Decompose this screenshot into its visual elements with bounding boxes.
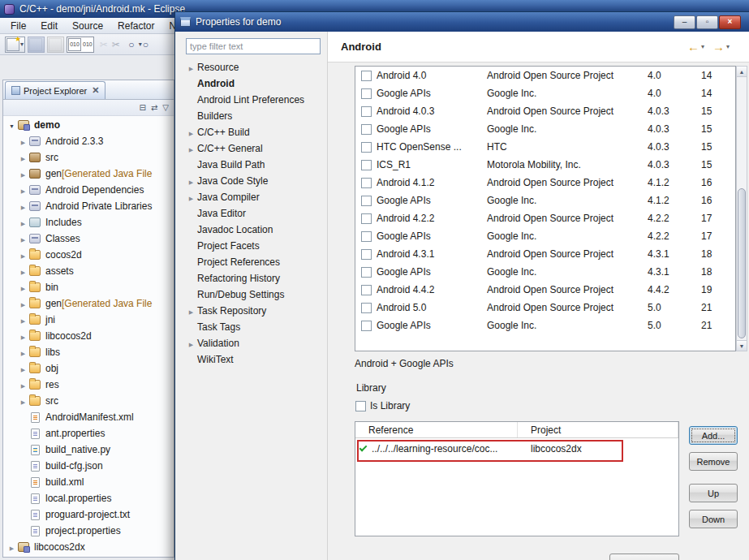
sdk-target-checkbox[interactable]: [361, 88, 372, 99]
expand-arrow-icon[interactable]: [186, 338, 196, 349]
sdk-target-row[interactable]: Android 4.0 Android Open Source Project …: [355, 67, 735, 84]
column-header-project[interactable]: Project: [518, 422, 678, 437]
down-button[interactable]: Down: [689, 510, 738, 528]
sdk-target-row[interactable]: HTC OpenSense ... HTC 4.0.3 15: [355, 138, 735, 156]
sdk-target-row[interactable]: Android 4.1.2 Android Open Source Projec…: [355, 174, 735, 192]
view-menu-icon[interactable]: ▽: [162, 104, 169, 112]
tab-close-icon[interactable]: ✕: [90, 85, 99, 96]
properties-nav-item[interactable]: Validation: [186, 335, 324, 351]
sdk-target-row[interactable]: Google APIs Google Inc. 4.0 14: [355, 84, 735, 102]
minimize-icon[interactable]: –: [674, 15, 695, 29]
properties-nav-item[interactable]: Builders: [186, 108, 324, 124]
sdk-target-row[interactable]: Google APIs Google Inc. 4.3.1 18: [355, 263, 735, 281]
tree-item[interactable]: Android Private Libraries: [3, 198, 174, 214]
expand-arrow-icon[interactable]: [18, 217, 28, 228]
tree-item[interactable]: cocos2d: [3, 247, 174, 263]
expand-arrow-icon[interactable]: [18, 265, 28, 277]
tree-item[interactable]: build-cfg.json: [3, 458, 174, 474]
sdk-target-checkbox[interactable]: [361, 249, 372, 260]
sdk-target-checkbox[interactable]: [361, 231, 372, 242]
tab-project-explorer[interactable]: Project Explorer ✕: [5, 81, 105, 99]
properties-nav-item[interactable]: Project References: [186, 254, 324, 270]
expand-arrow-icon[interactable]: [18, 184, 28, 196]
expand-arrow-icon[interactable]: [18, 298, 28, 309]
properties-nav-item[interactable]: C/C++ Build: [186, 124, 324, 140]
sdk-target-checkbox[interactable]: [361, 106, 372, 117]
expand-arrow-icon[interactable]: [18, 395, 28, 407]
expand-arrow-icon[interactable]: [6, 541, 17, 553]
menu-item[interactable]: Edit: [33, 19, 65, 33]
binary-console-icon[interactable]: [67, 37, 94, 53]
expand-arrow-icon[interactable]: [18, 379, 28, 390]
expand-arrow-icon[interactable]: [18, 249, 28, 261]
tree-item[interactable]: res: [3, 377, 174, 393]
sdk-target-row[interactable]: Android 5.0 Android Open Source Project …: [355, 299, 735, 317]
expand-arrow-icon[interactable]: [186, 62, 196, 73]
sdk-target-checkbox[interactable]: [361, 285, 372, 295]
tree-item[interactable]: demo: [3, 117, 174, 133]
sdk-target-checkbox[interactable]: [361, 196, 372, 206]
sdk-target-checkbox[interactable]: [361, 303, 372, 313]
tree-item[interactable]: gen [Generated Java File: [3, 166, 174, 182]
is-library-checkbox[interactable]: [355, 401, 366, 411]
back-arrow-icon[interactable]: ←: [687, 41, 699, 53]
menu-item[interactable]: Source: [65, 19, 110, 33]
save-icon[interactable]: [28, 37, 45, 53]
properties-nav-item[interactable]: Android Lint Preferences: [186, 92, 324, 108]
sdk-target-row[interactable]: ICS_R1 Motorola Mobility, Inc. 4.0.3 15: [355, 156, 735, 174]
expand-arrow-icon[interactable]: [6, 119, 17, 131]
forward-history-caret-icon[interactable]: ▾: [726, 43, 730, 50]
new-wizard-icon[interactable]: ▾: [5, 37, 25, 53]
tree-item[interactable]: Android Dependencies: [3, 182, 174, 198]
tree-item[interactable]: proguard-project.txt: [3, 506, 174, 523]
expand-arrow-icon[interactable]: [186, 127, 196, 138]
search-icon[interactable]: ▾: [123, 37, 150, 53]
dialog-titlebar[interactable]: Properties for demo – ▫ ×: [175, 12, 749, 32]
sdk-target-checkbox[interactable]: [361, 321, 372, 331]
partial-bottom-button[interactable]: [609, 554, 679, 560]
expand-arrow-icon[interactable]: [18, 168, 28, 179]
scroll-up-icon[interactable]: ▲: [737, 67, 747, 77]
expand-arrow-icon[interactable]: [18, 330, 28, 342]
properties-nav-item[interactable]: Refactoring History: [186, 270, 324, 286]
close-icon[interactable]: ×: [719, 15, 741, 29]
properties-nav-item[interactable]: Android: [186, 75, 324, 92]
tree-item[interactable]: libcocos2dx: [3, 539, 174, 555]
filter-input[interactable]: [186, 38, 321, 54]
tree-item[interactable]: libcocos2d: [3, 328, 174, 344]
maximize-icon[interactable]: ▫: [696, 15, 718, 29]
scrollbar-thumb[interactable]: [738, 188, 746, 338]
sdk-target-row[interactable]: Google APIs Google Inc. 5.0 21: [355, 317, 735, 334]
expand-arrow-icon[interactable]: [186, 143, 196, 154]
properties-nav-item[interactable]: Javadoc Location: [186, 222, 324, 238]
sdk-target-row[interactable]: Google APIs Google Inc. 4.0.3 15: [355, 120, 735, 138]
sdk-target-checkbox[interactable]: [361, 178, 372, 188]
add-button[interactable]: Add...: [689, 426, 738, 445]
tree-item[interactable]: src: [3, 393, 174, 409]
tree-item[interactable]: assets: [3, 263, 174, 279]
tree-item[interactable]: Classes: [3, 230, 174, 247]
expand-arrow-icon[interactable]: [18, 347, 28, 358]
sdk-target-row[interactable]: Google APIs Google Inc. 4.2.2 17: [355, 227, 735, 245]
tree-item[interactable]: build_native.py: [3, 442, 174, 458]
expand-arrow-icon[interactable]: [18, 233, 28, 244]
sdk-target-row[interactable]: Google APIs Google Inc. 4.1.2 16: [355, 192, 735, 209]
expand-arrow-icon[interactable]: [186, 192, 196, 203]
sdk-target-row[interactable]: Android 4.3.1 Android Open Source Projec…: [355, 245, 735, 263]
expand-arrow-icon[interactable]: [18, 314, 28, 325]
scroll-down-icon[interactable]: ▼: [737, 340, 747, 351]
print-icon[interactable]: [47, 37, 64, 53]
expand-arrow-icon[interactable]: [186, 175, 196, 187]
tree-item[interactable]: build.xml: [3, 474, 174, 490]
properties-nav-item[interactable]: Project Facets: [186, 238, 324, 254]
menu-item[interactable]: File: [3, 19, 33, 33]
tree-item[interactable]: jni: [3, 312, 174, 328]
tree-item[interactable]: bin: [3, 279, 174, 295]
column-header-reference[interactable]: Reference: [355, 422, 518, 437]
sdk-target-checkbox[interactable]: [361, 142, 372, 153]
sdk-target-row[interactable]: Android 4.4.2 Android Open Source Projec…: [355, 281, 735, 299]
expand-arrow-icon[interactable]: [186, 305, 196, 317]
tree-item[interactable]: obj: [3, 360, 174, 377]
properties-nav-item[interactable]: Java Editor: [186, 205, 324, 222]
properties-nav-item[interactable]: Run/Debug Settings: [186, 286, 324, 303]
